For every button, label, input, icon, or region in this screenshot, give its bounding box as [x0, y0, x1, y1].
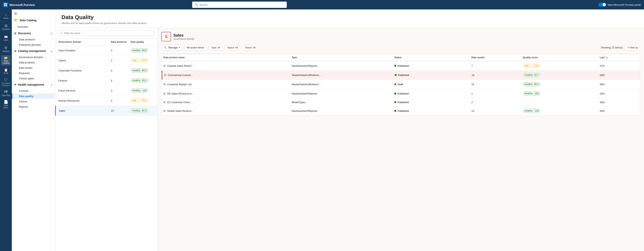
- nav-section-data-catalog[interactable]: 📂 Data Catalog: [12, 16, 55, 24]
- catalog-mgmt-toggle[interactable]: ▲: [50, 50, 52, 52]
- header-data-products: Data products: [111, 40, 130, 43]
- sidebar-home-label: Home: [3, 17, 9, 19]
- products-count: 6: [111, 79, 130, 82]
- nav-item-reports[interactable]: Reports: [12, 104, 55, 110]
- nav-item-enterprise-glossary[interactable]: Enterprise glossary: [12, 42, 55, 48]
- top-navigation: Microsoft Purview 🔍 New Microsoft Purvie…: [0, 0, 644, 10]
- domain-name: Corporate Functions: [58, 69, 111, 72]
- table-row[interactable]: ⊞ Canada Sales Reven... DashboardsOrRepo…: [162, 61, 640, 70]
- sidebar-item-home[interactable]: ⌂ Home: [1, 11, 11, 21]
- sidebar-item-solutions[interactable]: ⊞ Solutions: [1, 22, 11, 32]
- domain-name: Claims: [58, 59, 111, 62]
- sidebar-item-data-map[interactable]: 🗺 Data Map: [1, 88, 11, 98]
- action-items-label: 86 action items: [187, 46, 204, 49]
- home-icon: ⌂: [5, 13, 7, 16]
- svg-rect-2: [4, 5, 5, 6]
- svg-rect-3: [6, 5, 7, 6]
- nav-item-data-products[interactable]: Data products: [12, 37, 55, 42]
- sidebar-item-audit[interactable]: 📋 Audit: [1, 66, 11, 76]
- product-name: Global Sales Revenu...: [167, 110, 194, 112]
- product-icon: ⊞: [164, 74, 166, 76]
- quality-badge-cell: Healthy89.6: [130, 48, 154, 52]
- product-name: Commercial Custom...: [168, 74, 193, 76]
- nav-item-data-quality[interactable]: Data quality: [12, 94, 55, 99]
- nav-item-controls[interactable]: Controls: [12, 88, 55, 94]
- main-layout: ⌂ Home ⊞ Solutions 📖 Learn ⚙ Settings 📂 …: [0, 10, 644, 251]
- nav-section-catalog-mgmt[interactable]: ⊞ Catalog management ▲: [12, 48, 55, 54]
- nav-section-discovery[interactable]: ⊞ Discovery ▲: [12, 30, 55, 37]
- nav-section-health-mgmt[interactable]: ❤ Health management ▲: [12, 81, 55, 88]
- sidebar-item-data-policy[interactable]: 📄 Data policy: [1, 99, 11, 110]
- filter-right-button[interactable]: ▽ Filter by: [625, 45, 640, 50]
- table-row[interactable]: Claims 2 Fair73.9: [55, 56, 157, 66]
- sidebar-item-info-protection[interactable]: 🛡 Information Protection: [1, 77, 11, 88]
- content-body: ▽ Governance domain ↑ Data products Data…: [55, 28, 644, 251]
- nav-item-requests[interactable]: Requests: [12, 70, 55, 76]
- sidebar-item-data-catalog[interactable]: 📂 Data Catalog: [1, 55, 11, 65]
- showing-label: Showing 15 item(s): [601, 46, 623, 49]
- table-row[interactable]: Finance 6 Healthy93.2: [55, 76, 157, 86]
- table-row[interactable]: Human Resources 5 Fair74.3: [55, 96, 157, 106]
- product-name: EU Customer Churn ...: [167, 101, 193, 104]
- sidebar-policy-label: Data policy: [1, 104, 11, 109]
- filter-input-container[interactable]: ▽: [58, 30, 154, 36]
- governance-domain-label: Governance domain: [58, 40, 81, 43]
- nav-discovery-title: Discovery: [18, 32, 31, 35]
- data-assets-count: 7: [472, 64, 523, 67]
- brand-logo[interactable]: Microsoft Purview: [3, 2, 35, 7]
- filter-by-label: Filter by: [630, 46, 638, 49]
- type-filter-button[interactable]: Type: All: [208, 45, 222, 50]
- table-row[interactable]: ⊞ Global Sales Revenu... DashboardsOrRep…: [162, 106, 640, 116]
- quality-badge: Healthy100: [130, 88, 148, 93]
- product-icon: ⊞: [163, 83, 166, 86]
- nav-item-actions[interactable]: Actions: [12, 99, 55, 104]
- product-type: DashboardsOrReports: [292, 92, 394, 95]
- nav-item-governance-domains[interactable]: Governance domains: [12, 54, 55, 60]
- search-input[interactable]: [200, 3, 284, 6]
- portal-toggle[interactable]: [598, 3, 606, 7]
- table-row[interactable]: ⊞ Customer Master List MasterDataAndRefe…: [162, 80, 640, 89]
- status-dot: [394, 110, 396, 112]
- table-row[interactable]: Corporate Functions 4 Healthy86.5: [55, 66, 157, 76]
- nav-item-classic-types[interactable]: Classic types: [12, 76, 55, 81]
- settings-icon: ⚙: [4, 46, 8, 50]
- global-search[interactable]: 🔍: [192, 2, 287, 8]
- nav-item-data-assets[interactable]: Data assets: [12, 65, 55, 70]
- discovery-toggle[interactable]: ▲: [50, 32, 52, 34]
- table-row[interactable]: ⊞ DE Sales Revenue In... DashboardsOrRep…: [162, 89, 640, 98]
- nav-item-overview[interactable]: Overview: [12, 24, 55, 30]
- manage-button[interactable]: 🔧 Manage ▾: [162, 44, 182, 50]
- quality-badge: Fair74.3: [130, 98, 148, 103]
- filter-by-name-input[interactable]: [64, 32, 152, 35]
- detail-panel: S Sales Governance domain 🔧 Manage ▾: [158, 28, 644, 251]
- nav-catalog-title: Data Catalog: [20, 19, 37, 22]
- header-governance-domain[interactable]: Governance domain ↑: [58, 40, 111, 43]
- shield-icon: 🛡: [4, 78, 8, 82]
- page-subtitle: Identify and fix data quality issues by …: [62, 22, 638, 24]
- table-row[interactable]: ⊞ EU Customer Churn ... ModelTypes Publi…: [162, 98, 640, 106]
- header-last[interactable]: Last ▲: [600, 56, 638, 59]
- table-row[interactable]: Fraud Services 3 Healthy100: [55, 86, 157, 96]
- table-row[interactable]: Care Providers 3 Healthy89.6: [55, 46, 157, 56]
- status-filter-button[interactable]: Status: All: [225, 45, 240, 50]
- product-type: MasterDataAndReferen...: [292, 74, 395, 76]
- hamburger-menu[interactable]: ☰: [12, 10, 55, 16]
- nav-item-catalog-data-products[interactable]: Data products: [12, 60, 55, 65]
- sidebar-item-learn[interactable]: 📖 Learn: [1, 33, 11, 43]
- last-date: 08/2: [600, 83, 638, 86]
- product-name-cell: ⊞ Commercial Custom...: [164, 74, 292, 76]
- domain-detail-header: S Sales Governance domain: [162, 32, 640, 41]
- sidebar-item-settings[interactable]: ⚙ Settings: [1, 44, 11, 54]
- health-mgmt-toggle[interactable]: ▲: [50, 84, 52, 86]
- last-date: 08/2: [600, 110, 638, 112]
- products-count: 3: [111, 89, 130, 92]
- owner-filter-button[interactable]: Owner: All: [242, 45, 258, 50]
- solutions-icon: ⊞: [4, 24, 8, 28]
- header-status: Status: [394, 56, 471, 59]
- header-product-name[interactable]: Data product name ↑: [163, 56, 292, 59]
- action-items-button[interactable]: 86 action items: [184, 44, 206, 50]
- table-row-selected[interactable]: Sales 15 Healthy90.5: [55, 106, 157, 116]
- table-row-selected[interactable]: ⊞ Commercial Custom... MasterDataAndRefe…: [162, 70, 640, 80]
- quality-badge: Healthy92.7: [523, 73, 540, 77]
- nav-health-icon: ❤: [14, 83, 16, 86]
